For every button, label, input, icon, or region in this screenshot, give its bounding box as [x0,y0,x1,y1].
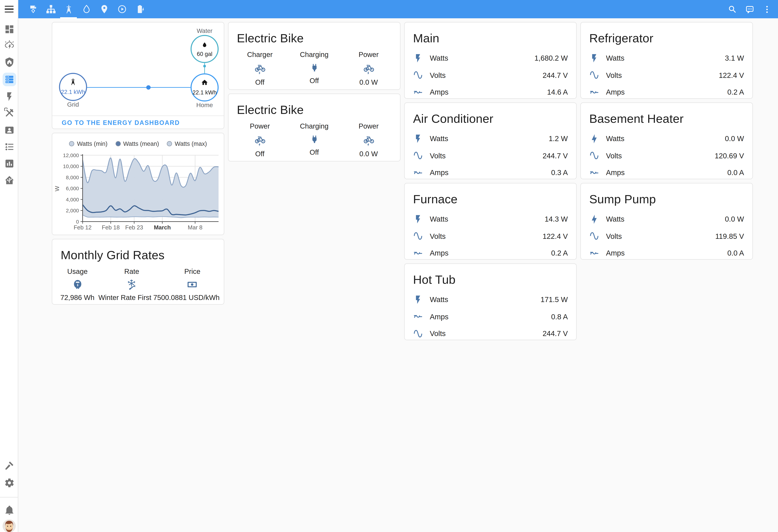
dots-vertical-icon [762,5,772,14]
tab-network[interactable] [42,0,60,18]
current-ac-icon [413,248,423,258]
entity-row[interactable]: Amps 14.6 A [405,84,576,101]
assist-chat-icon [745,5,754,14]
entity-row[interactable]: Volts 120.69 V [581,147,752,164]
entity-column[interactable]: Power 0.0 W [341,122,396,158]
grid-node[interactable]: 22.1 kWh [60,73,87,100]
sidebar-item-security[interactable] [2,56,16,69]
entity-row[interactable]: Amps 0.0 A [581,164,752,181]
entity-row[interactable]: Volts 122.4 V [581,67,752,84]
entity-column[interactable]: Charging Off [287,51,341,86]
gear-icon [4,478,14,488]
transmission-tower-icon [64,4,74,14]
entity-row[interactable]: Watts 0.0 W [581,130,752,147]
card-title: Monthly Grid Rates [52,239,224,262]
assist-button[interactable] [741,0,758,18]
device-card: Furnace Watts 14.3 W Volts 122.4 V Amps … [404,183,577,260]
legend-item-watts-mean[interactable]: Watts (mean) [115,141,159,147]
entity-row[interactable]: Watts 1.2 W [405,130,576,147]
entity-row[interactable]: Watts 0.0 W [581,210,752,228]
entity-row[interactable]: Amps 0.2 A [405,245,576,262]
server-icon [4,74,14,85]
tab-water[interactable] [77,0,95,18]
entity-row[interactable]: Amps 0.8 A [405,308,576,325]
sine-wave-icon [589,70,599,80]
tab-battery[interactable] [131,0,149,18]
legend-marker [167,141,172,146]
entity-row[interactable]: Watts 171.5 W [405,291,576,308]
energy-dashboard-link[interactable]: GO TO THE ENERGY DASHBOARD [62,119,180,126]
svg-text:Feb 12: Feb 12 [74,224,92,231]
sidebar-item-energy[interactable] [2,90,16,103]
energy-flow-diagram: Water 60 gal 22.1 kWh 22.1 kWh [52,22,225,115]
device-card: Hot Tub Watts 171.5 W Amps 0.8 A Volts 2… [404,263,577,340]
entity-row[interactable]: Amps 0.0 A [581,245,752,262]
column-4: Refrigerator Watts 3.1 W Volts 122.4 V A… [580,22,753,340]
entity-column[interactable]: Charger Off [233,51,287,86]
legend-marker [69,141,74,146]
play-circle-icon [117,4,127,14]
tab-printer-3d[interactable] [24,0,42,18]
sine-wave-icon [413,70,423,80]
electric-bike-card: Electric Bike Charger Off Charging Off P… [228,22,400,90]
hammer-icon [4,460,14,471]
sidebar-divider [0,497,18,498]
entity-row[interactable]: Volts 122.4 V [405,228,576,245]
sidebar-item-home-assistant[interactable] [2,174,16,187]
usage-column[interactable]: Usage 72,986 Wh [57,268,98,301]
svg-text:4,000: 4,000 [66,197,79,202]
entity-column[interactable]: Power Off [233,122,287,158]
rate-column[interactable]: Rate Winter Rate First 750 [98,268,165,301]
overflow-menu-button[interactable] [758,0,775,18]
entity-row[interactable]: Amps 0.2 A [581,84,752,101]
sidebar-item-server-active[interactable] [2,73,16,86]
entity-column[interactable]: Charging Off [287,122,341,158]
hamburger-menu-button[interactable] [0,0,18,18]
water-node[interactable]: 60 gal [191,35,218,63]
sidebar [0,0,18,532]
legend-item-watts-max[interactable]: Watts (max) [167,141,207,147]
tab-map[interactable] [95,0,113,18]
user-avatar[interactable] [3,520,16,532]
battery-charging-icon [135,4,145,14]
rates-columns: Usage 72,986 Wh Rate Winter Rate First 7… [52,268,224,301]
sidebar-item-weather[interactable] [2,38,16,52]
tab-media[interactable] [113,0,131,18]
sidebar-item-notifications[interactable] [2,503,16,517]
price-column[interactable]: Price 0.0881 USD/kWh [165,268,220,301]
entity-row[interactable]: Watts 1,680.2 W [405,50,576,67]
sidebar-item-tools[interactable] [2,106,16,120]
sidebar-item-developer-tools[interactable] [2,459,16,472]
sidebar-item-todo[interactable] [2,140,16,154]
search-button[interactable] [724,0,741,18]
entity-row[interactable]: Watts 3.1 W [581,50,752,67]
entity-row[interactable]: Volts 244.7 V [405,67,576,84]
top-app-bar [18,0,778,18]
home-node[interactable]: 22.1 kWh [191,74,218,101]
flash-icon [589,53,599,63]
entity-row[interactable]: Amps 0.3 A [405,164,576,181]
svg-text:Feb 23: Feb 23 [125,224,143,231]
entity-row[interactable]: Volts 244.7 V [405,147,576,164]
legend-item-watts-min[interactable]: Watts (min) [69,141,107,147]
sidebar-item-history[interactable] [2,157,16,170]
entity-row[interactable]: Watts 14.3 W [405,210,576,228]
energy-distribution-card: Water 60 gal 22.1 kWh 22.1 kWh [52,22,224,129]
sidebar-item-dashboard[interactable] [2,22,16,36]
sidebar-item-settings[interactable] [2,476,16,490]
entity-column[interactable]: Power 0.0 W [341,51,396,86]
snowflake-wrench-icon [126,279,137,290]
current-ac-icon [413,87,423,97]
sidebar-item-media[interactable] [2,123,16,137]
tab-energy-active[interactable] [60,0,77,18]
price-value: 0.0881 USD/kWh [165,294,220,301]
dashboard-view: Water 60 gal 22.1 kWh 22.1 kWh [52,22,753,340]
monthly-grid-rates-card: Monthly Grid Rates Usage 72,986 Wh Rate … [52,239,224,305]
legend-label: Watts (max) [175,141,207,147]
electric-bike-icon [254,134,266,146]
card-title: Sump Pump [581,183,752,206]
lightning-bolt-icon [589,214,599,224]
entity-row[interactable]: Volts 119.85 V [581,228,752,245]
entity-row[interactable]: Volts 244.7 V [405,325,576,342]
usage-header: Usage [67,268,88,275]
